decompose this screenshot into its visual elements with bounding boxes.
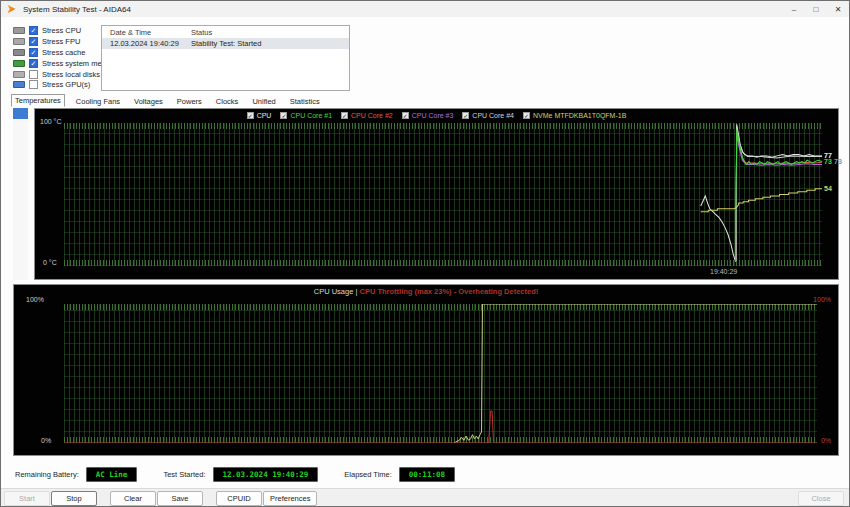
tab-voltages[interactable]: Voltages	[131, 96, 166, 107]
tab-unified[interactable]: Unified	[249, 96, 278, 107]
checkbox-stress-cpu[interactable]: ✓	[29, 26, 38, 35]
app-window: System Stability Test - AIDA64 – □ ✕ ✓St…	[0, 0, 850, 507]
tab-temperatures[interactable]: Temperatures	[11, 94, 65, 107]
fpu-icon	[13, 38, 25, 45]
usage-graph-title: CPU Usage | CPU Throttling (max 23%) - O…	[14, 287, 838, 296]
test-started-value: 12.03.2024 19:40:29	[213, 467, 319, 482]
legend-checkbox[interactable]: ✓	[280, 112, 287, 119]
preferences-button[interactable]: Preferences	[263, 491, 317, 506]
legend-checkbox[interactable]: ✓	[462, 112, 469, 119]
save-button[interactable]: Save	[157, 491, 203, 506]
stress-option-label: Stress CPU	[42, 26, 81, 35]
status-bar: Remaining Battery: AC Line Test Started:…	[1, 462, 849, 486]
tab-statistics[interactable]: Statistics	[287, 96, 323, 107]
checkbox-stress-fpu[interactable]: ✓	[29, 37, 38, 46]
usage-title-text: CPU Usage	[314, 287, 354, 296]
usage-graph: CPU Usage | CPU Throttling (max 23%) - O…	[13, 284, 839, 456]
stress-option-label: Stress FPU	[42, 37, 80, 46]
event-log-body: 12.03.2024 19:40:29Stability Test: Start…	[102, 38, 349, 49]
window-title: System Stability Test - AIDA64	[23, 5, 783, 14]
minimize-button[interactable]: –	[783, 1, 805, 17]
series-nvme-mtfdkba1t0qfm-1b	[701, 189, 822, 212]
usage-left-axis-max: 100%	[26, 296, 44, 303]
column-header: Status	[191, 28, 349, 37]
throttling-alert-text: CPU Throttling (max 23%) - Overheating D…	[359, 287, 538, 296]
temp-time-tick: 19:40:29	[710, 268, 737, 275]
graph-scrollbar[interactable]	[13, 108, 28, 280]
legend-checkbox[interactable]: ✓	[402, 112, 409, 119]
value-label: 54	[824, 185, 832, 192]
checkbox-stress-system-memory[interactable]: ✓	[29, 59, 38, 68]
close-window-button[interactable]: ✕	[827, 1, 849, 17]
tab-bar: TemperaturesCooling FansVoltagesPowersCl…	[11, 93, 323, 107]
usage-right-axis-max: 100%	[813, 296, 831, 303]
graph-scrollbar-thumb[interactable]	[13, 108, 28, 119]
cpuid-button[interactable]: CPUID	[216, 491, 262, 506]
disk-icon	[13, 71, 25, 78]
memory-icon	[13, 60, 25, 67]
legend-label: CPU Core #3	[412, 112, 454, 119]
cpu-icon	[13, 27, 25, 34]
usage-plot	[64, 304, 817, 443]
titlebar: System Stability Test - AIDA64 – □ ✕	[1, 1, 849, 17]
stress-option-label: Stress local disks	[42, 70, 100, 79]
legend-checkbox[interactable]: ✓	[341, 112, 348, 119]
series-cpu-core-1	[736, 129, 822, 262]
gpu-icon	[13, 81, 25, 88]
stress-option-label: Stress cache	[42, 48, 85, 57]
legend-cpu[interactable]: ✓CPU	[247, 112, 272, 119]
event-log-table[interactable]: Date & TimeStatus 12.03.2024 19:40:29Sta…	[101, 25, 350, 91]
stop-button[interactable]: Stop	[51, 491, 97, 506]
legend-label: CPU Core #1	[290, 112, 332, 119]
legend-label: CPU	[257, 112, 272, 119]
elapsed-time-value: 00:11:08	[399, 467, 455, 482]
usage-right-axis-min: 0%	[821, 437, 831, 444]
event-log-header: Date & TimeStatus	[102, 26, 349, 38]
usage-title-separator: |	[355, 287, 357, 296]
cell-datetime: 12.03.2024 19:40:29	[110, 39, 191, 48]
close-action-button[interactable]: Close	[798, 491, 844, 506]
temperature-plot	[64, 123, 822, 266]
cache-icon	[13, 49, 25, 56]
legend-cpu-core-2[interactable]: ✓CPU Core #2	[341, 112, 393, 119]
series-cpu	[701, 124, 822, 260]
tab-powers[interactable]: Powers	[174, 96, 205, 107]
legend-label: CPU Core #4	[472, 112, 514, 119]
checkbox-stress-gpu-s[interactable]	[29, 80, 38, 89]
legend-label: NVMe MTFDKBA1T0QFM-1B	[533, 112, 626, 119]
usage-series-canvas	[64, 304, 817, 443]
legend-nvme-mtfdkba1t0qfm-1b[interactable]: ✓NVMe MTFDKBA1T0QFM-1B	[523, 112, 626, 119]
temp-axis-min: 0 °C	[43, 259, 57, 266]
legend-checkbox[interactable]: ✓	[523, 112, 530, 119]
legend-checkbox[interactable]: ✓	[247, 112, 254, 119]
tab-cooling-fans[interactable]: Cooling Fans	[73, 96, 123, 107]
app-icon	[7, 4, 16, 14]
start-button[interactable]: Start	[4, 491, 50, 506]
series-cpu-usage	[454, 304, 817, 443]
elapsed-time-label: Elapsed Time:	[344, 470, 392, 479]
temperature-graph: ✓CPU✓CPU Core #1✓CPU Core #2✓CPU Core #3…	[34, 108, 839, 280]
series-cpu-throttling	[64, 411, 817, 443]
table-row[interactable]: 12.03.2024 19:40:29Stability Test: Start…	[102, 38, 349, 49]
graph-legend: ✓CPU✓CPU Core #1✓CPU Core #2✓CPU Core #3…	[35, 110, 838, 121]
checkbox-stress-cache[interactable]: ✓	[29, 48, 38, 57]
column-header: Date & Time	[110, 28, 191, 37]
stress-option-label: Stress GPU(s)	[42, 80, 90, 89]
legend-cpu-core-1[interactable]: ✓CPU Core #1	[280, 112, 332, 119]
legend-cpu-core-4[interactable]: ✓CPU Core #4	[462, 112, 514, 119]
battery-value: AC Line	[86, 467, 138, 482]
clear-button[interactable]: Clear	[110, 491, 156, 506]
cell-status: Stability Test: Started	[191, 39, 349, 48]
series-cpu-core-4	[736, 127, 822, 261]
series-cpu-core-3	[736, 134, 822, 261]
checkbox-stress-local-disks[interactable]	[29, 70, 38, 79]
maximize-button[interactable]: □	[805, 1, 827, 17]
temperature-series-canvas	[64, 123, 822, 266]
tab-clocks[interactable]: Clocks	[213, 96, 242, 107]
legend-cpu-core-3[interactable]: ✓CPU Core #3	[402, 112, 454, 119]
legend-label: CPU Core #2	[351, 112, 393, 119]
temp-axis-max: 100 °C	[40, 118, 61, 125]
test-started-label: Test Started:	[163, 470, 205, 479]
battery-label: Remaining Battery:	[15, 470, 79, 479]
button-bar: StartStopClearSaveCPUIDPreferencesClose	[1, 488, 849, 507]
